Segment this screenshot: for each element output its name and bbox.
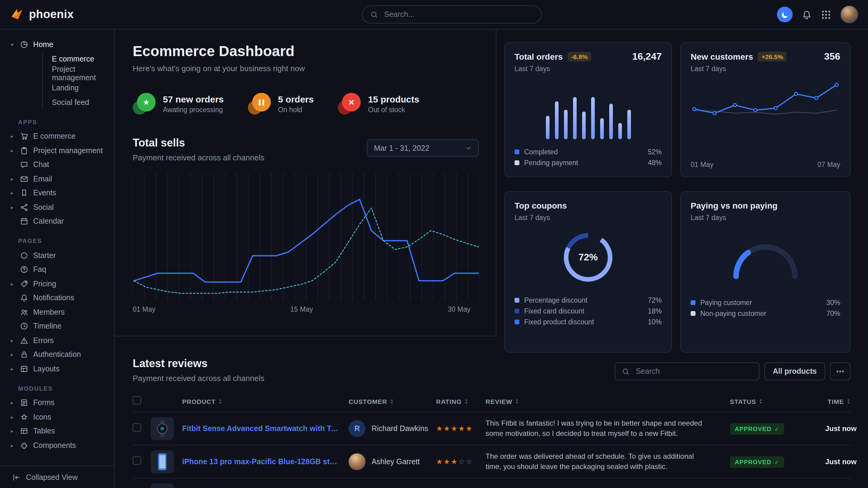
row-checkbox[interactable]: [133, 423, 141, 432]
legend-item: Fixed card discount18%: [515, 306, 662, 317]
rating-stars: ★★★★★: [436, 424, 486, 433]
calendar-icon: [20, 217, 28, 226]
column-header-status[interactable]: STATUS▲▼: [730, 398, 778, 405]
customer-avatar[interactable]: R: [349, 420, 366, 437]
sidebar-section-modules: MODULES: [0, 385, 114, 392]
sidebar-item-icons[interactable]: ▸Icons: [0, 410, 114, 424]
sidebar-item-events[interactable]: ▸Events: [0, 186, 114, 200]
caret-right-icon: ▸: [11, 366, 20, 372]
page-title: Ecommerce Dashboard: [133, 43, 479, 60]
column-header-product[interactable]: PRODUCT▲▼: [182, 398, 349, 405]
column-header-customer[interactable]: CUSTOMER▲▼: [349, 398, 436, 405]
sidebar-item-errors[interactable]: ▸Errors: [0, 333, 114, 348]
review-time: Just now: [784, 458, 857, 466]
warning-icon: [20, 336, 28, 345]
sidebar-item-home[interactable]: ▾ Home: [0, 37, 114, 52]
search-icon: [622, 367, 630, 375]
product-thumbnail[interactable]: [151, 450, 174, 473]
sidebar-item-faq[interactable]: Faq: [0, 263, 114, 277]
customer-name: Ashley Garrett: [372, 458, 420, 466]
caret-right-icon: ▸: [11, 190, 20, 196]
sidebar-item-chat[interactable]: Chat: [0, 158, 114, 172]
check-icon: ✓: [775, 426, 779, 432]
latest-reviews-section: Latest reviews Payment received across a…: [115, 353, 868, 488]
sidebar-item-notifications[interactable]: Notifications: [0, 291, 114, 305]
legend-item: Pending payment48%: [515, 157, 662, 168]
sidebar-item-landing[interactable]: Landing: [43, 80, 114, 95]
product-link[interactable]: iPhone 13 pro max-Pacific Blue-128GB sto…: [182, 458, 349, 466]
all-products-button[interactable]: All products: [764, 362, 825, 380]
column-header-review[interactable]: REVIEW▲▼: [486, 398, 730, 405]
sidebar-section-pages: PAGES: [0, 237, 114, 244]
sidebar-item-pricing[interactable]: ▸Pricing: [0, 277, 114, 291]
order-stats: ★ 57 new ordersAwating processing 5 orde…: [133, 93, 479, 115]
sidebar-item-authentication[interactable]: ▸Authentication: [0, 348, 114, 362]
sidebar-item-tables[interactable]: ▸Tables: [0, 424, 114, 438]
sidebar-nav: ▾ Home E commerce Project management Lan…: [0, 30, 114, 465]
change-badge: -6.8%: [568, 52, 591, 62]
bell-icon[interactable]: [802, 9, 812, 20]
more-options-button[interactable]: ⋯: [830, 362, 850, 380]
collapsed-view-toggle[interactable]: Collapsed View: [0, 465, 114, 488]
navbar-search-input[interactable]: [383, 10, 533, 19]
card-paying-vs-non-paying: Paying vs non paying Last 7 days Paying …: [680, 191, 850, 353]
sidebar-item-social[interactable]: ▸Social: [0, 200, 114, 214]
sidebar-item-project-management-dashboard[interactable]: Project management: [43, 66, 114, 80]
coupons-donut-chart: 72%: [560, 230, 616, 285]
sidebar-item-calendar[interactable]: Calendar: [0, 214, 114, 228]
page-subtitle: Here's what's going on at your business …: [133, 64, 479, 73]
sidebar-item-layouts[interactable]: ▸Layouts: [0, 362, 114, 376]
review-text: The order was delivered ahead of schedul…: [486, 451, 730, 472]
sidebar-item-email[interactable]: ▸Email: [0, 172, 114, 186]
apps-grid-icon[interactable]: [821, 9, 831, 20]
card-total-orders: Total orders-6.8% Last 7 days 16,247 Com…: [504, 42, 672, 177]
review-time: Just now: [784, 424, 857, 433]
sidebar-item-timeline[interactable]: Timeline: [0, 319, 114, 333]
iphone-image: [157, 453, 167, 471]
theme-toggle-button[interactable]: [777, 7, 793, 22]
column-header-rating[interactable]: RATING▲▼: [436, 398, 486, 405]
stat-new-orders: ★ 57 new ordersAwating processing: [133, 93, 224, 115]
product-link[interactable]: Fitbit Sense Advanced Smartwatch with To…: [182, 424, 349, 433]
sidebar-item-forms[interactable]: ▸Forms: [0, 396, 114, 410]
puzzle-icon: [20, 441, 28, 450]
total-sells-subtitle: Payment received across all channels: [133, 153, 264, 162]
sidebar-item-starter[interactable]: Starter: [0, 248, 114, 263]
status-badge: APPROVED✓: [730, 456, 784, 468]
sidebar-item-e-commerce[interactable]: ▸E commerce: [0, 129, 114, 143]
table-row: Fitbit Sense Advanced Smartwatch with To…: [133, 412, 850, 445]
date-range-select[interactable]: Mar 1 - 31, 2022: [367, 139, 479, 157]
card-value: 356: [824, 51, 840, 62]
total-sells-title: Total sells: [133, 137, 264, 150]
caret-right-icon: ▸: [11, 204, 20, 210]
caret-right-icon: ▸: [11, 148, 20, 154]
product-thumbnail[interactable]: [151, 484, 174, 488]
sort-icon: ▲▼: [847, 398, 850, 404]
pie-chart-icon: [20, 40, 28, 49]
chat-icon: [20, 161, 28, 169]
navbar-search: [362, 5, 542, 24]
smartwatch-image: [154, 420, 170, 438]
sidebar-item-members[interactable]: Members: [0, 305, 114, 319]
sidebar-item-components[interactable]: ▸Components: [0, 438, 114, 452]
table-icon: [20, 427, 28, 435]
reviews-toolbar: All products ⋯: [615, 362, 850, 380]
check-icon: ✓: [775, 459, 779, 465]
select-all-checkbox[interactable]: [133, 396, 141, 404]
customer-avatar[interactable]: [349, 453, 366, 470]
phoenix-logo-icon: [10, 7, 24, 22]
moon-icon: [781, 10, 789, 19]
caret-right-icon: ▸: [11, 414, 20, 420]
column-header-time[interactable]: TIME▲▼: [778, 398, 850, 405]
reviews-search-input[interactable]: [634, 366, 752, 376]
row-checkbox[interactable]: [133, 456, 141, 465]
customer-cell: Ashley Garrett: [349, 453, 436, 470]
product-thumbnail[interactable]: [151, 417, 174, 440]
brand-logo-link[interactable]: phoenix: [10, 7, 116, 22]
sidebar-item-project-management[interactable]: ▸Project management: [0, 143, 114, 158]
user-avatar[interactable]: [840, 5, 858, 24]
navbar-actions: [777, 5, 858, 24]
sidebar-item-e-commerce-dashboard[interactable]: E commerce: [43, 52, 114, 66]
sidebar-item-social-feed[interactable]: Social feed: [43, 95, 114, 109]
legend-item: Paying customer30%: [691, 297, 840, 308]
